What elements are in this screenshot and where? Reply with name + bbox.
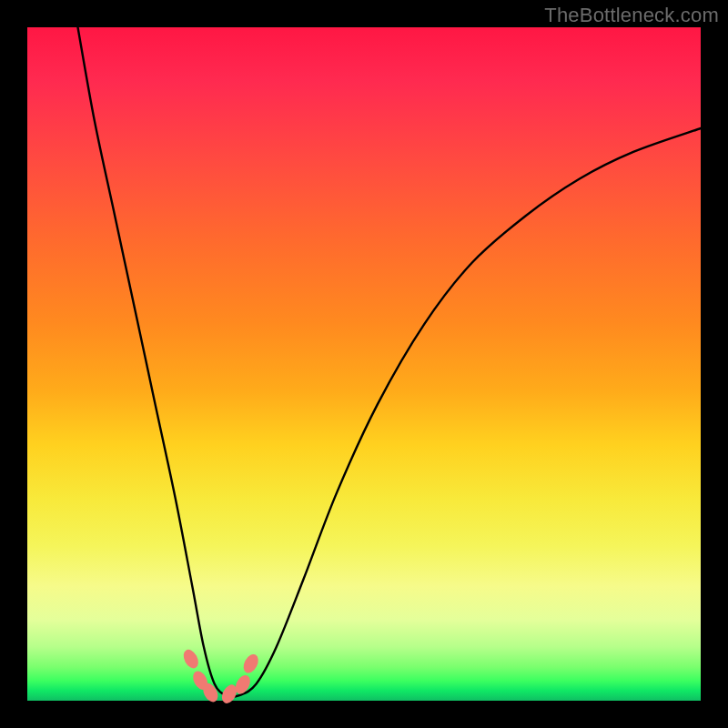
outer-frame: TheBottleneck.com	[0, 0, 728, 728]
bottleneck-curve	[78, 27, 702, 697]
curve-markers	[180, 647, 261, 705]
watermark-text: TheBottleneck.com	[544, 4, 719, 27]
marker-dot	[180, 647, 201, 671]
marker-dot	[240, 652, 261, 675]
curve-svg	[27, 27, 701, 701]
plot-area	[27, 27, 701, 701]
